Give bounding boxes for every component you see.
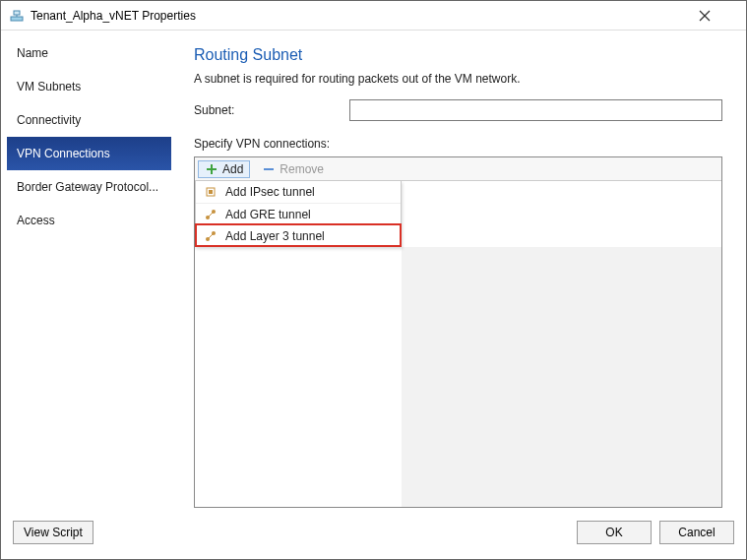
plus-icon <box>205 162 218 176</box>
layer3-tunnel-icon <box>202 229 219 243</box>
menu-item-add-layer3-tunnel[interactable]: Add Layer 3 tunnel <box>196 224 401 246</box>
svg-rect-1 <box>14 11 20 15</box>
view-script-button[interactable]: View Script <box>13 521 93 544</box>
remove-button[interactable]: Remove <box>256 161 330 177</box>
menu-item-label: Add Layer 3 tunnel <box>225 229 325 243</box>
ok-button[interactable]: OK <box>577 521 652 544</box>
sidebar-item-vpn-connections[interactable]: VPN Connections <box>7 137 171 170</box>
subnet-row: Subnet: <box>194 99 722 121</box>
list-left-column <box>195 247 402 507</box>
close-button[interactable] <box>699 10 738 22</box>
sidebar-item-bgp[interactable]: Border Gateway Protocol... <box>7 170 171 204</box>
list-area <box>195 247 721 507</box>
sidebar-item-name[interactable]: Name <box>7 36 171 70</box>
sidebar-item-access[interactable]: Access <box>7 204 171 237</box>
subnet-input[interactable] <box>349 99 722 121</box>
menu-item-add-gre-tunnel[interactable]: Add GRE tunnel <box>196 203 401 224</box>
remove-button-label: Remove <box>280 162 324 176</box>
list-toolbar: Add Remove <box>195 157 721 181</box>
sidebar: Name VM Subnets Connectivity VPN Connect… <box>7 36 172 514</box>
page-heading: Routing Subnet <box>194 46 722 64</box>
add-button[interactable]: Add <box>198 160 250 178</box>
menu-item-label: Add IPsec tunnel <box>225 185 315 199</box>
vpn-connections-list: Add Remove <box>194 156 722 508</box>
svg-line-15 <box>209 234 213 238</box>
menu-item-add-ipsec-tunnel[interactable]: Add IPsec tunnel <box>196 181 401 203</box>
minus-icon <box>262 162 276 176</box>
svg-rect-7 <box>264 168 274 170</box>
content-pane: Routing Subnet A subnet is required for … <box>172 36 740 514</box>
close-icon <box>699 10 711 22</box>
dialog-footer: View Script OK Cancel <box>1 514 746 559</box>
sidebar-item-connectivity[interactable]: Connectivity <box>7 103 171 137</box>
svg-rect-9 <box>209 190 213 194</box>
window-title: Tenant_Alpha_vNET Properties <box>31 9 699 23</box>
dialog-body: Name VM Subnets Connectivity VPN Connect… <box>1 31 746 514</box>
list-right-column <box>402 247 721 507</box>
menu-item-label: Add GRE tunnel <box>225 208 311 221</box>
add-dropdown-menu: Add IPsec tunnel Add GRE tunnel <box>195 181 402 247</box>
svg-line-12 <box>209 213 213 217</box>
titlebar: Tenant_Alpha_vNET Properties <box>1 1 746 31</box>
app-icon <box>9 8 25 24</box>
svg-rect-0 <box>11 17 23 21</box>
page-description: A subnet is required for routing packets… <box>194 72 722 86</box>
vpn-connections-label: Specify VPN connections: <box>194 137 722 151</box>
add-button-label: Add <box>222 162 243 176</box>
dialog-window: Tenant_Alpha_vNET Properties Name VM Sub… <box>0 0 747 560</box>
cancel-button[interactable]: Cancel <box>659 521 734 544</box>
sidebar-item-vm-subnets[interactable]: VM Subnets <box>7 70 171 103</box>
ipsec-tunnel-icon <box>202 185 219 199</box>
svg-rect-6 <box>207 168 217 170</box>
gre-tunnel-icon <box>202 208 219 221</box>
subnet-label: Subnet: <box>194 103 349 117</box>
